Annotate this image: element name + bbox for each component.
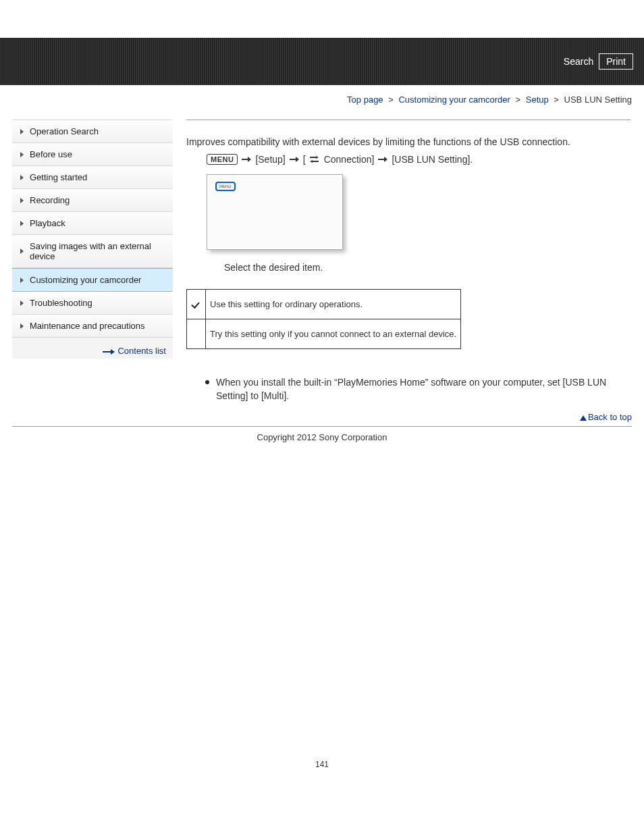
settings-table: Use this setting for ordinary operations…	[186, 289, 461, 349]
table-row: Try this setting only if you cannot conn…	[187, 319, 461, 349]
triangle-up-icon	[580, 415, 587, 421]
breadcrumb: Top page > Customizing your camcorder > …	[0, 85, 644, 120]
contents-list-row: Contents list	[12, 338, 173, 359]
print-button[interactable]: Print	[599, 53, 633, 70]
notes-list: When you install the built-in “PlayMemor…	[186, 376, 630, 402]
setting-description: Use this setting for ordinary operations…	[206, 290, 461, 319]
default-setting-cell	[187, 290, 206, 319]
bullet-icon	[205, 380, 209, 384]
intro-text: Improves compatibility with external dev…	[186, 136, 630, 147]
breadcrumb-sep: >	[516, 95, 521, 105]
sidebar-item-label: Operation Search	[30, 126, 99, 136]
sidebar: Operation Search Before use Getting star…	[12, 120, 173, 359]
connection-icon	[310, 156, 319, 163]
chevron-right-icon	[20, 323, 24, 329]
sidebar-item-maintenance[interactable]: Maintenance and precautions	[12, 315, 173, 338]
header-bar: Search Print	[0, 38, 644, 85]
sidebar-item-label: Before use	[30, 149, 72, 159]
path-connection: Connection]	[324, 154, 375, 165]
page-number: 141	[0, 469, 644, 783]
copyright-text: Copyright 2012 Sony Corporation	[0, 431, 644, 469]
sidebar-item-before-use[interactable]: Before use	[12, 143, 173, 166]
chevron-right-icon	[20, 175, 24, 180]
setting-icon-cell	[187, 319, 206, 349]
path-final: [USB LUN Setting].	[392, 154, 473, 165]
chevron-right-icon	[20, 152, 24, 157]
breadcrumb-current: USB LUN Setting	[564, 95, 632, 105]
arrow-right-icon	[103, 350, 115, 354]
note-text: When you install the built-in “PlayMemor…	[216, 376, 630, 402]
sidebar-item-label: Recording	[30, 195, 70, 205]
sidebar-item-troubleshooting[interactable]: Troubleshooting	[12, 292, 173, 315]
sidebar-item-label: Saving images with an external device	[30, 241, 151, 261]
sidebar-item-label: Playback	[30, 218, 65, 228]
chevron-right-icon	[20, 249, 24, 254]
sidebar-item-getting-started[interactable]: Getting started	[12, 166, 173, 189]
chevron-right-icon	[20, 301, 24, 306]
contents-list-link[interactable]: Contents list	[117, 346, 166, 356]
menu-button-icon: MENU	[207, 154, 238, 165]
arrow-right-icon	[290, 157, 299, 162]
chevron-right-icon	[20, 129, 24, 134]
breadcrumb-sep: >	[554, 95, 559, 105]
path-connection-prefix: [	[303, 154, 306, 165]
divider	[186, 120, 630, 120]
breadcrumb-link-customizing[interactable]: Customizing your camcorder	[398, 95, 510, 105]
sidebar-item-playback[interactable]: Playback	[12, 212, 173, 235]
search-link[interactable]: Search	[564, 56, 593, 67]
main-content: Improves compatibility with external dev…	[186, 120, 632, 408]
arrow-right-icon	[242, 157, 251, 162]
sidebar-item-customizing[interactable]: Customizing your camcorder	[12, 268, 173, 292]
chevron-right-icon	[20, 198, 24, 203]
instruction-text: Select the desired item.	[186, 262, 630, 273]
screen-menu-highlight: MENU	[215, 182, 236, 191]
screen-illustration: MENU	[207, 174, 343, 250]
note-item: When you install the built-in “PlayMemor…	[205, 376, 630, 402]
path-setup: [Setup]	[255, 154, 285, 165]
sidebar-item-label: Maintenance and precautions	[30, 321, 145, 331]
back-to-top-row: Back to top	[0, 408, 644, 425]
breadcrumb-sep: >	[388, 95, 394, 105]
sidebar-item-operation-search[interactable]: Operation Search	[12, 120, 173, 143]
breadcrumb-link-top[interactable]: Top page	[347, 95, 383, 105]
breadcrumb-link-setup[interactable]: Setup	[526, 95, 549, 105]
setting-description: Try this setting only if you cannot conn…	[206, 319, 461, 349]
sidebar-item-recording[interactable]: Recording	[12, 189, 173, 212]
sidebar-item-label: Getting started	[30, 172, 87, 182]
chevron-right-icon	[20, 221, 24, 226]
table-row: Use this setting for ordinary operations…	[187, 290, 461, 319]
back-to-top-link[interactable]: Back to top	[588, 412, 632, 422]
arrow-right-icon	[378, 157, 387, 162]
menu-path: MENU [Setup] [Connection] [USB LUN Setti…	[186, 154, 630, 165]
sidebar-item-label: Troubleshooting	[30, 298, 92, 308]
divider	[12, 426, 632, 427]
chevron-right-icon	[20, 278, 24, 283]
check-icon	[192, 301, 201, 307]
sidebar-item-saving-images[interactable]: Saving images with an external device	[12, 235, 173, 268]
sidebar-item-label: Customizing your camcorder	[30, 275, 141, 285]
